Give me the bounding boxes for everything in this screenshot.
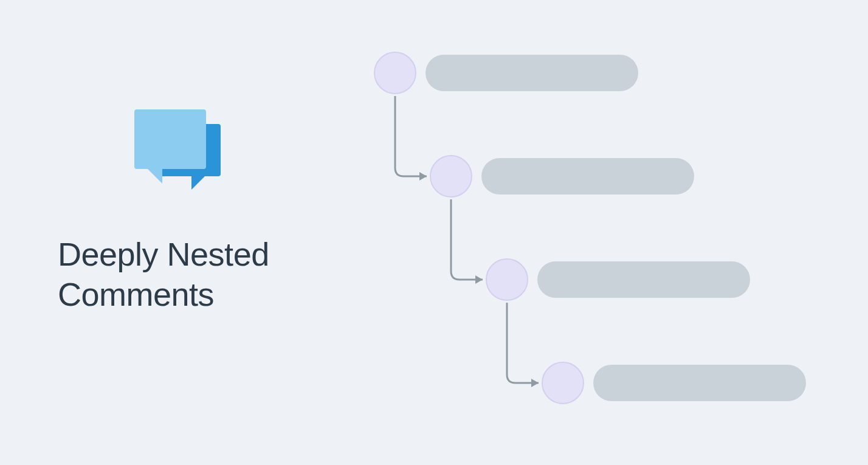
chat-bubble-front (134, 109, 206, 169)
comment-body (481, 158, 694, 195)
thread-arrow (395, 96, 427, 176)
comment-body (425, 55, 638, 91)
page-title: Deeply Nested Comments (58, 235, 269, 315)
comment-avatar (374, 52, 416, 94)
title-line-2: Comments (58, 276, 214, 312)
thread-arrow (451, 199, 483, 280)
arrow-head-icon (531, 379, 539, 387)
comment-body (537, 261, 750, 298)
comment-avatar (542, 362, 584, 404)
comment-body (593, 365, 806, 401)
comment-avatar (430, 156, 472, 197)
nested-comments-diagram (359, 49, 845, 438)
title-line-1: Deeply Nested (58, 236, 269, 272)
arrow-head-icon (419, 172, 427, 181)
thread-arrow (507, 303, 539, 383)
comment-avatar (486, 259, 528, 300)
chat-bubbles-icon (128, 103, 219, 201)
arrow-head-icon (475, 275, 483, 284)
